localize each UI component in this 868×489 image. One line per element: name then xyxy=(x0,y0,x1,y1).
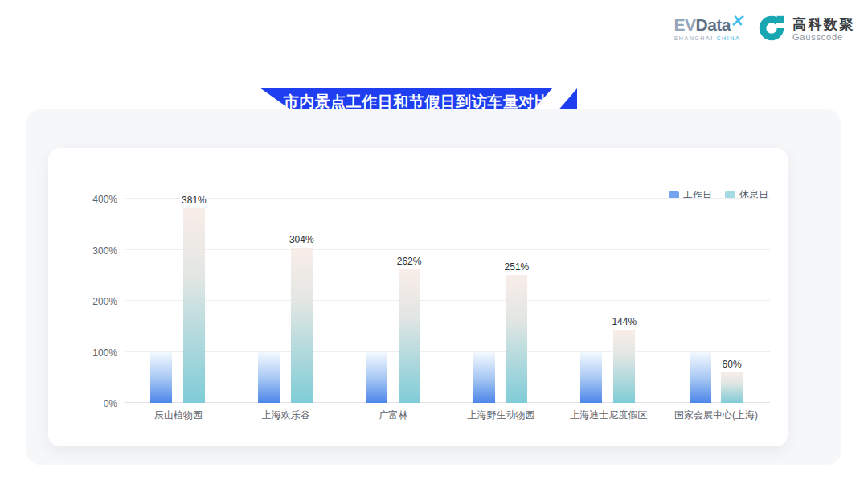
bar-column: 304% xyxy=(289,234,314,403)
bar-column xyxy=(366,352,387,404)
bar-column xyxy=(690,352,711,404)
bar-workday xyxy=(690,352,711,404)
content-panel: 工作日 休息日 381%辰山植物园304%上海欢乐谷262%广富林251%上海野… xyxy=(26,109,841,465)
y-axis-label: 200% xyxy=(64,296,117,307)
bar-group: 381%辰山植物园 xyxy=(125,184,232,403)
bar-column: 251% xyxy=(505,261,530,403)
bar-group: 144%上海迪士尼度假区 xyxy=(555,184,662,403)
evdata-wordmark: EVData xyxy=(674,16,731,33)
bar-column xyxy=(258,352,280,404)
bar-column xyxy=(473,352,495,404)
plot-grid: 381%辰山植物园304%上海欢乐谷262%广富林251%上海野生动物园144%… xyxy=(125,184,770,403)
y-axis-label: 100% xyxy=(64,347,117,359)
gausscode-logo: 高科数聚 Gausscode xyxy=(756,13,855,47)
bar-column xyxy=(580,352,602,404)
bar-workday xyxy=(580,352,602,404)
bar-column xyxy=(150,352,172,404)
bar-value-label: 381% xyxy=(182,195,207,206)
bar-restday xyxy=(399,269,420,403)
bar-column: 262% xyxy=(397,256,422,403)
bar-column: 144% xyxy=(612,316,637,403)
chart-card: 工作日 休息日 381%辰山植物园304%上海欢乐谷262%广富林251%上海野… xyxy=(48,148,788,446)
bar-group: 60%国家会展中心(上海) xyxy=(662,184,770,403)
y-axis-label: 0% xyxy=(64,398,117,409)
evdata-subtext: SHANGHAI CHINA xyxy=(674,35,744,41)
x-axis-label: 辰山植物园 xyxy=(125,409,232,422)
bar-value-label: 251% xyxy=(505,261,530,273)
gausscode-en-label: Gausscode xyxy=(792,32,855,43)
y-axis-label: 300% xyxy=(64,245,117,257)
x-axis-label: 广富林 xyxy=(340,409,448,422)
brand-bar: EVData SHANGHAI CHINA 高科数聚 Gausscode xyxy=(674,13,855,47)
bar-restday xyxy=(291,248,313,403)
bar-group: 304%上海欢乐谷 xyxy=(232,184,340,403)
bar-column: 60% xyxy=(721,359,743,403)
bar-restday xyxy=(183,208,205,403)
x-axis-label: 上海欢乐谷 xyxy=(232,409,340,422)
bar-workday xyxy=(150,352,172,404)
evdata-x-icon xyxy=(732,14,744,29)
bar-value-label: 262% xyxy=(397,256,422,267)
bar-restday xyxy=(506,275,527,403)
x-axis-label: 上海野生动物园 xyxy=(448,409,555,422)
bar-restday xyxy=(721,372,743,403)
gausscode-g-icon xyxy=(756,13,787,47)
bar-value-label: 304% xyxy=(289,234,314,245)
x-axis-label: 国家会展中心(上海) xyxy=(662,409,770,422)
bar-group: 251%上海野生动物园 xyxy=(448,184,555,403)
evdata-logo: EVData SHANGHAI CHINA xyxy=(674,16,744,41)
chart-body: 381%辰山植物园304%上海欢乐谷262%广富林251%上海野生动物园144%… xyxy=(64,184,770,424)
x-axis-label: 上海迪士尼度假区 xyxy=(555,409,662,422)
bar-restday xyxy=(613,330,635,403)
bar-value-label: 60% xyxy=(723,359,742,370)
bar-workday xyxy=(258,352,280,404)
gausscode-cn-label: 高科数聚 xyxy=(792,17,855,33)
bar-value-label: 144% xyxy=(612,316,637,327)
bar-workday xyxy=(473,352,495,404)
y-axis-label: 400% xyxy=(64,194,117,205)
bar-column: 381% xyxy=(182,195,207,403)
bar-workday xyxy=(366,352,387,404)
bar-group: 262%广富林 xyxy=(340,184,448,403)
